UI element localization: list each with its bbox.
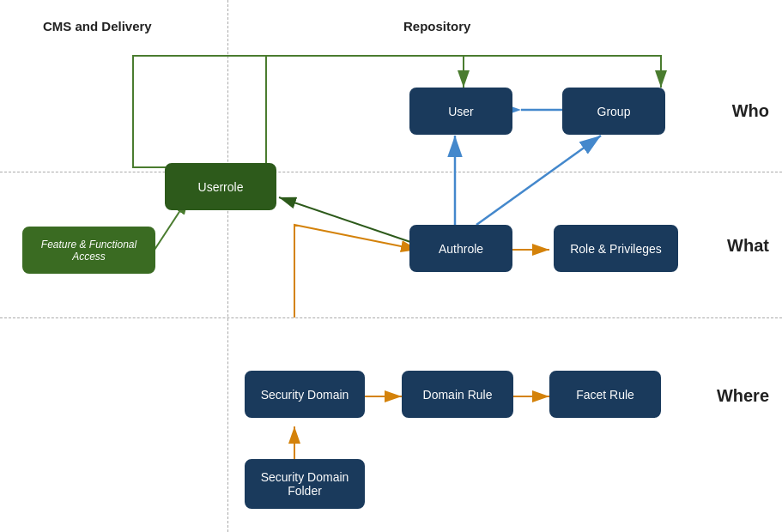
domain-rule-box: Domain Rule [402, 371, 513, 418]
authrole-box: Authrole [409, 225, 512, 272]
vertical-divider [227, 0, 228, 532]
row-label-where: Where [717, 386, 769, 406]
security-domain-box: Security Domain [245, 371, 365, 418]
horizontal-divider-1 [0, 172, 782, 172]
security-domain-folder-box: Security Domain Folder [245, 459, 365, 509]
facet-rule-box: Facet Rule [549, 371, 661, 418]
userrole-box: Userrole [165, 163, 276, 210]
row-label-who: Who [732, 101, 769, 121]
group-box: Group [562, 88, 665, 135]
cms-header: CMS and Delivery [43, 19, 152, 33]
repo-header: Repository [403, 19, 470, 33]
diagram-container: CMS and Delivery Repository Who What Whe… [0, 0, 782, 532]
horizontal-divider-2 [0, 317, 782, 318]
feature-access-box: Feature & Functional Access [22, 227, 155, 274]
role-privileges-box: Role & Privileges [554, 225, 678, 272]
row-label-what: What [727, 236, 769, 256]
user-box: User [409, 88, 512, 135]
